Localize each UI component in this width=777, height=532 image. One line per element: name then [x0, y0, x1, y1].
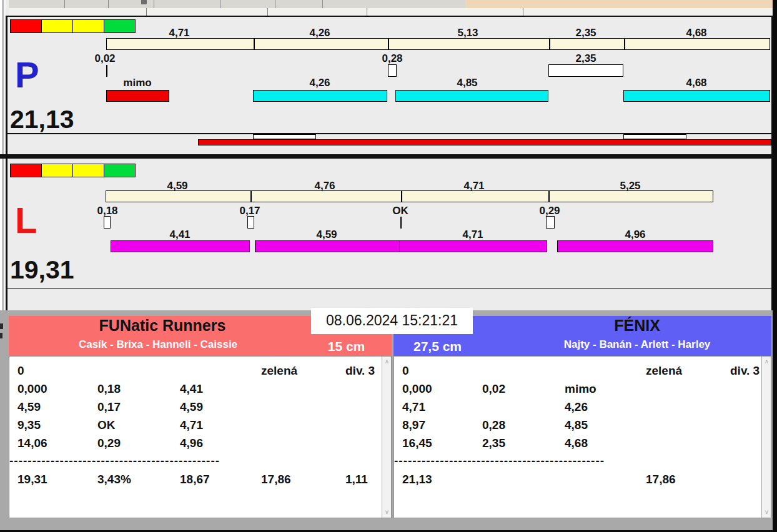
run-bar — [253, 90, 387, 102]
cell: 4,59 — [17, 400, 41, 414]
cell: 4,96 — [180, 436, 203, 450]
table-row: 0 zelená div. 3 — [9, 364, 379, 379]
scroll-up-icon[interactable]: ˄ — [762, 358, 771, 365]
lane-p-panel: P 4,71 4,26 5,13 2,35 4,68 0,02 0,28 2,3… — [6, 16, 773, 154]
fault-label: 2,35 — [552, 52, 620, 65]
fault-marker-box — [548, 64, 623, 77]
cell: 4,71 — [180, 418, 203, 432]
fault-label: 0,28 — [358, 52, 427, 65]
cell: 14,06 — [17, 436, 47, 450]
fault-label: 0,18 — [73, 205, 142, 217]
cell: 4,41 — [180, 382, 203, 396]
cell: OK — [97, 418, 116, 432]
scroll-down-icon[interactable]: ˅ — [762, 509, 771, 516]
scoreboard: 08.06.2024 15:21:21 FUNatic Runners Casí… — [0, 310, 777, 532]
cell: 0,17 — [97, 400, 121, 414]
run-bar — [255, 240, 400, 252]
finish-marker-box — [253, 134, 316, 139]
split-divider — [549, 39, 550, 49]
table-row: 0 zelená div. 3 — [394, 364, 758, 379]
legend-green-box — [104, 19, 136, 33]
cell: 17,86 — [646, 473, 676, 486]
split-label: 5,13 — [433, 27, 502, 39]
finish-marker-box — [623, 134, 686, 139]
cell: 0,000 — [17, 382, 47, 396]
ruler-tick — [367, 8, 367, 16]
datetime-display: 08.06.2024 15:21:21 — [311, 308, 473, 334]
fault-label: 0,02 — [71, 52, 139, 65]
legend-yellow-box — [72, 164, 104, 177]
results-table-left: 0 zelená div. 3 0,000 0,18 4,41 4,59 0,1… — [9, 356, 392, 518]
table-separator: ----------------------------------------… — [9, 454, 250, 469]
lane-l-panel: L 4,59 4,76 4,71 5,25 0,18 0,17 OK 0,29 … — [6, 159, 773, 310]
team-members: Casík - Brixa - Hanneli - Caissie — [9, 338, 307, 351]
fault-tick — [400, 217, 402, 229]
cell: 0,28 — [482, 418, 505, 432]
cell: mimo — [565, 382, 596, 396]
fault-tick — [106, 65, 107, 77]
lane-l-total: 19,31 — [10, 257, 74, 283]
lane-divider — [0, 154, 773, 159]
toolbar-separator — [322, 0, 323, 8]
run-label: 4,71 — [438, 229, 507, 241]
cell: 18,67 — [180, 473, 210, 486]
run-bar — [111, 240, 250, 252]
scrollbar[interactable]: ˄ ˅ — [761, 357, 771, 518]
cell: 21,13 — [402, 473, 432, 486]
legend-yellow-box — [41, 164, 73, 177]
split-divider — [254, 39, 255, 49]
fault-marker-box — [388, 64, 397, 77]
run-label: 4,96 — [601, 229, 670, 241]
cell: 0 — [402, 364, 409, 378]
jump-height: 27,5 cm — [398, 339, 477, 354]
lane-p-letter: P — [15, 57, 39, 93]
ruler-strip — [9, 8, 773, 16]
legend-red-box — [10, 19, 42, 33]
status-legend — [10, 19, 136, 33]
cell: zelená — [646, 364, 682, 378]
table-totals-row: 21,13 17,86 — [394, 473, 758, 488]
fault-marker-box — [104, 216, 111, 229]
team-panel-left: FUNatic Runners Casík - Brixa - Hanneli … — [9, 316, 392, 518]
scrollbar[interactable]: ˄ ˅ — [382, 357, 392, 518]
cell: zelená — [261, 364, 297, 378]
legend-yellow-box — [72, 19, 104, 33]
window-edge — [773, 0, 777, 532]
finish-line — [7, 288, 771, 289]
table-row: 0,000 0,18 4,41 — [9, 382, 379, 397]
table-row: 4,59 0,17 4,59 — [9, 400, 379, 415]
cell: 0,29 — [97, 436, 121, 450]
toolbar-separator — [275, 0, 275, 8]
cell: 16,45 — [402, 436, 432, 450]
toolbar-tab-fragment — [141, 0, 147, 4]
run-label: 4,68 — [662, 77, 731, 89]
run-label: 4,41 — [146, 229, 214, 241]
cell: 19,31 — [17, 473, 47, 486]
cell: 2,35 — [482, 436, 505, 450]
progress-bar — [198, 139, 771, 145]
cell: 17,86 — [261, 473, 291, 486]
table-separator: ----------------------------------------… — [394, 454, 635, 469]
lane-p-total: 21,13 — [10, 107, 74, 132]
split-divider — [250, 191, 252, 202]
background-toolbar-fragment — [9, 0, 465, 9]
legend-yellow-box — [41, 19, 73, 33]
cell: 9,35 — [17, 418, 41, 432]
ruler-tick — [523, 8, 523, 16]
toolbar-separator — [108, 0, 109, 8]
fault-label: 0,17 — [215, 205, 284, 217]
run-bar — [623, 90, 770, 102]
cell: 0 — [17, 364, 24, 378]
split-label: 4,26 — [285, 27, 354, 39]
status-legend — [10, 164, 136, 177]
table-row: 14,06 0,29 4,96 — [9, 436, 379, 451]
scroll-up-icon[interactable]: ˄ — [382, 358, 392, 365]
results-table-right: 0 zelená div. 3 0,000 0,02 mimo 4,71 4,2… — [393, 356, 771, 518]
scroll-down-icon[interactable]: ˅ — [382, 509, 392, 516]
toolbar-separator — [64, 0, 65, 8]
team-panel-right: FÉNIX Najty - Banán - Arlett - Harley 27… — [393, 316, 771, 518]
fault-label: 0,29 — [515, 205, 584, 217]
run-label: 4,59 — [292, 229, 361, 241]
table-row: 0,000 0,02 mimo — [394, 382, 758, 397]
cell: 3,43% — [97, 473, 131, 486]
